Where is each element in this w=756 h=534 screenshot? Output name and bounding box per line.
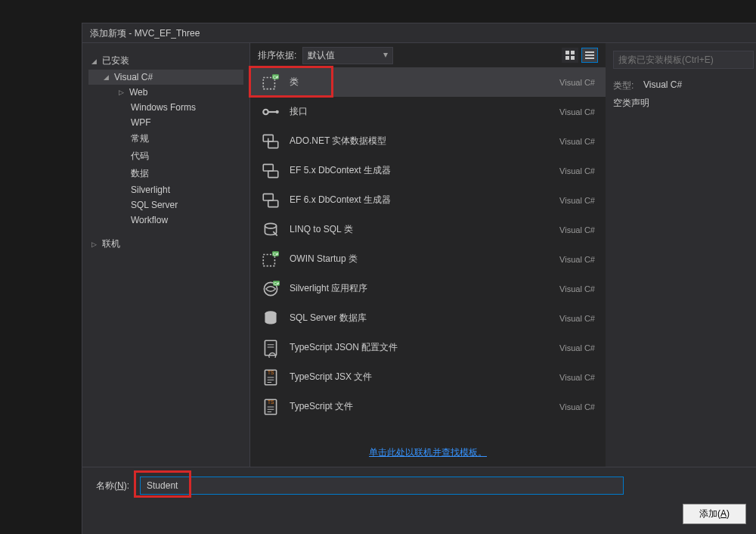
bottom-section: 名称(N): 添加(A) (82, 467, 756, 534)
svg-rect-2 (565, 56, 569, 60)
svg-rect-16 (268, 171, 278, 178)
chevron-down-icon (91, 57, 99, 65)
svg-rect-3 (571, 56, 575, 60)
grid-icon (565, 50, 575, 61)
search-templates-input[interactable] (613, 51, 754, 69)
template-class[interactable]: C# 类 Visual C# (250, 67, 606, 97)
ts-json-icon (261, 338, 280, 358)
chevron-right-icon (119, 88, 126, 96)
template-owin-startup[interactable]: C# OWIN Startup 类 Visual C# (250, 244, 606, 274)
add-button[interactable]: 添加(A) (683, 504, 746, 524)
tree-wpf[interactable]: WPF (88, 115, 243, 130)
svg-rect-17 (263, 194, 273, 200)
ts-file-icon: TS (261, 368, 280, 387)
class-icon: C# (261, 73, 280, 92)
search-online-link[interactable]: 单击此处以联机并查找模板。 (369, 447, 487, 458)
name-label: 名称(N): (96, 480, 129, 492)
template-silverlight-app[interactable]: C# Silverlight 应用程序 Visual C# (250, 274, 606, 303)
svg-rect-0 (565, 51, 569, 54)
category-tree: 已安装 Visual C# Web Windows Forms WPF 常规 代… (82, 43, 250, 467)
svg-rect-4 (585, 51, 594, 53)
svg-rect-7 (263, 77, 274, 88)
list-icon (584, 50, 595, 61)
database-icon (261, 309, 280, 328)
tree-windows-forms[interactable]: Windows Forms (88, 100, 243, 115)
template-panel: 排序依据: 默认值 C# 类 Visual (250, 43, 606, 467)
svg-rect-18 (268, 200, 278, 207)
tree-visual-csharp[interactable]: Visual C# (88, 70, 243, 85)
window-title: 添加新项 - MVC_EF_Three (90, 27, 200, 39)
type-value: Visual C# (643, 79, 682, 92)
tree-data[interactable]: 数据 (88, 165, 243, 182)
interface-icon (261, 102, 280, 122)
svg-rect-15 (263, 164, 273, 171)
tree-installed[interactable]: 已安装 (88, 52, 243, 70)
svg-point-10 (263, 109, 268, 114)
tree-online[interactable]: 联机 (88, 235, 243, 253)
template-sql-server-db[interactable]: SQL Server 数据库 Visual C# (250, 303, 606, 333)
sort-label: 排序依据: (258, 49, 296, 62)
info-panel: 类型: Visual C# 空类声明 (606, 43, 756, 467)
item-name-input[interactable] (140, 477, 624, 495)
linq-sql-icon (261, 220, 280, 240)
chevron-down-icon (104, 73, 111, 81)
chevron-right-icon (91, 241, 99, 248)
template-ts-json-config[interactable]: TypeScript JSON 配置文件 Visual C# (250, 333, 606, 362)
ef-generator-icon (261, 161, 280, 181)
svg-text:C#: C# (274, 281, 279, 285)
view-list-button[interactable] (581, 48, 598, 63)
template-ts-jsx[interactable]: TS TypeScript JSX 文件 Visual C# (250, 362, 606, 392)
template-ts-file[interactable]: TS TypeScript 文件 Visual C# (250, 392, 606, 421)
svg-rect-1 (571, 51, 575, 54)
tree-web[interactable]: Web (88, 85, 243, 100)
template-ef6-dbcontext[interactable]: EF 6.x DbContext 生成器 Visual C# (250, 185, 606, 215)
svg-rect-6 (585, 57, 594, 59)
tree-general[interactable]: 常规 (88, 130, 243, 147)
template-ef5-dbcontext[interactable]: EF 5.x DbContext 生成器 Visual C# (250, 156, 606, 185)
svg-point-19 (265, 223, 276, 228)
silverlight-icon: C# (261, 279, 280, 299)
tree-sqlserver[interactable]: SQL Server (88, 197, 243, 213)
titlebar: 添加新项 - MVC_EF_Three (82, 23, 756, 43)
template-description: 空类声明 (613, 97, 754, 110)
type-label: 类型: (613, 79, 643, 92)
svg-text:TS: TS (268, 369, 274, 374)
tree-code[interactable]: 代码 (88, 147, 243, 165)
svg-text:C#: C# (273, 251, 278, 256)
svg-rect-20 (263, 254, 274, 265)
sort-bar: 排序依据: 默认值 (250, 43, 606, 67)
database-model-icon (261, 132, 280, 151)
sort-dropdown[interactable]: 默认值 (302, 47, 393, 64)
svg-point-12 (276, 110, 279, 113)
svg-rect-5 (585, 54, 594, 56)
template-linq-to-sql[interactable]: LINQ to SQL 类 Visual C# (250, 215, 606, 244)
template-adonet-edm[interactable]: ADO.NET 实体数据模型 Visual C# (250, 126, 606, 156)
template-list[interactable]: C# 类 Visual C# 接口 Visual C# ADO.NET 实体数据… (250, 67, 606, 437)
tree-silverlight[interactable]: Silverlight (88, 182, 243, 197)
svg-text:TS: TS (268, 399, 274, 404)
ts-file-icon: TS (261, 397, 280, 417)
svg-rect-14 (268, 141, 278, 148)
template-interface[interactable]: 接口 Visual C# (250, 97, 606, 126)
tree-workflow[interactable]: Workflow (88, 213, 243, 228)
owin-icon: C# (261, 250, 280, 269)
view-medium-icons-button[interactable] (562, 48, 578, 63)
ef-generator-icon (261, 191, 280, 210)
add-new-item-dialog: 添加新项 - MVC_EF_Three 已安装 Visual C# Web Wi… (82, 23, 756, 534)
online-search-link: 单击此处以联机并查找模板。 (250, 437, 606, 467)
svg-text:C#: C# (273, 74, 278, 79)
